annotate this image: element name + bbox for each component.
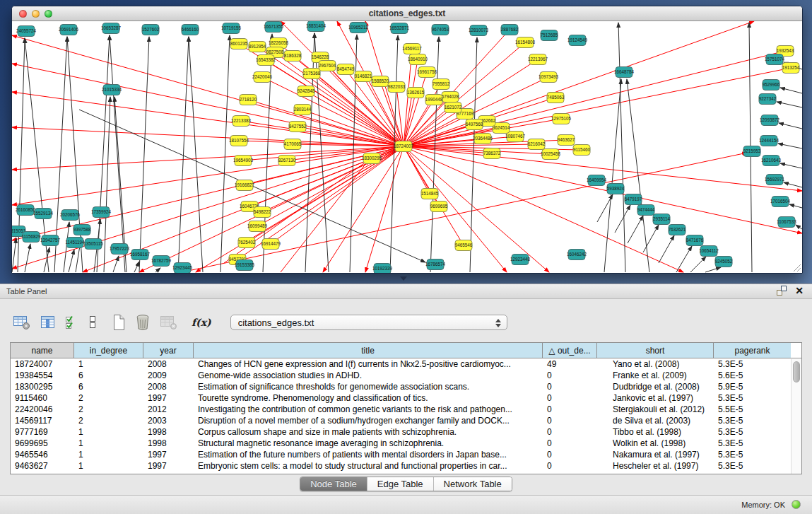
graph-node-label: 9115460: [573, 147, 591, 152]
cell: 49: [543, 358, 597, 370]
graph-node-label: 10965212: [348, 25, 369, 30]
resize-grip-icon[interactable]: [794, 264, 801, 271]
table-options-button[interactable]: [13, 315, 31, 330]
graph-node-label: 15692971: [765, 177, 785, 182]
graph-node-label: 14569117: [402, 46, 422, 51]
graph-node-label: 7512685: [541, 33, 558, 37]
graph-node-label: 17016504: [770, 199, 791, 204]
row-view-button[interactable]: [88, 315, 97, 330]
cell: 5.3E-5: [714, 392, 791, 404]
tab-node-table[interactable]: Node Table: [300, 477, 367, 491]
cell: Yano et al. (2008): [597, 358, 714, 370]
column-header-0[interactable]: name: [11, 343, 74, 358]
scrollbar-thumb[interactable]: [793, 361, 800, 382]
graph-node-label: 11067533: [777, 219, 796, 224]
graph-node-label: 1546228: [312, 54, 329, 59]
table-row[interactable]: 1872400712008Changes of HCN gene express…: [11, 358, 801, 370]
graph-node-label: 18300295: [362, 156, 382, 160]
table-row[interactable]: 1830029562008Estimation of significance …: [11, 381, 801, 392]
graph-node-label: 5498222: [254, 209, 271, 214]
select-columns-button[interactable]: [65, 315, 79, 330]
cell: 18724007: [11, 358, 74, 370]
graph-node-label: 16958167: [130, 252, 151, 257]
function-builder-icon: f(x): [192, 317, 211, 328]
graph-node-label: 7625402: [238, 240, 256, 245]
graph-node-label: 2935114: [653, 216, 671, 221]
network-graph-canvas[interactable]: 8601235891295418226058982750881863281654…: [12, 21, 802, 273]
column-header-5[interactable]: short: [597, 343, 714, 358]
graph-node-label: 1588520: [372, 78, 389, 83]
graph-node-label: 6479197: [625, 197, 642, 201]
cell: 1: [74, 358, 143, 370]
graph-node-label: 6466160: [182, 27, 199, 32]
import-table-button[interactable]: [160, 315, 178, 330]
column-header-2[interactable]: year: [143, 343, 194, 358]
cell: 6: [74, 381, 143, 392]
table-row[interactable]: 969969511998Structural magnetic resonanc…: [11, 438, 801, 449]
graph-node-label: 6794028: [442, 94, 459, 99]
graph-node-label: 16543382: [256, 57, 276, 62]
graph-node-label: 7632621: [669, 227, 686, 232]
new-column-button[interactable]: [112, 314, 126, 331]
cell: 0: [543, 370, 597, 381]
graph-edge: [404, 51, 785, 146]
graph-edge: [155, 268, 160, 272]
graph-edge: [281, 160, 369, 272]
graph-edge: [12, 238, 16, 272]
graph-edge: [12, 64, 404, 146]
float-panel-icon[interactable]: [777, 286, 787, 296]
column-header-1[interactable]: in_degree: [74, 343, 143, 358]
graph-node-label: 16099489: [247, 223, 268, 228]
cell: 9699695: [11, 438, 74, 449]
cell: 19384554: [11, 370, 74, 381]
close-panel-icon[interactable]: ✕: [795, 286, 804, 296]
graph-node-label: 16532871: [389, 25, 410, 30]
show-columns-button[interactable]: [40, 315, 56, 330]
show-columns-icon: [40, 315, 56, 330]
cell: 0: [543, 392, 597, 404]
table-row[interactable]: 911546021997Tourette syndrome. Phenomeno…: [11, 392, 801, 404]
graph-node-label: 9674053: [432, 27, 449, 32]
table-row[interactable]: 1938455462009Genome-wide association stu…: [11, 370, 801, 381]
row-view-icon: [88, 315, 97, 330]
table-source-select[interactable]: citations_edges.txt: [230, 315, 507, 330]
graph-edge: [628, 216, 643, 243]
tab-edge-table[interactable]: Edge Table: [367, 477, 434, 491]
table-row[interactable]: 1456911722003Disruption of a novel membe…: [11, 415, 801, 426]
node-table: namein_degreeyeartitle△ out_de...shortpa…: [10, 342, 802, 474]
function-builder-button[interactable]: f(x): [192, 317, 211, 328]
graph-edge: [627, 79, 649, 272]
cell: Disruption of a novel member of a sodium…: [194, 415, 543, 426]
window-titlebar[interactable]: citations_edges.txt: [12, 6, 802, 21]
graph-node-label: 9227342: [759, 96, 777, 101]
graph-node-label: 16210643: [761, 158, 782, 163]
graph-node-label: 2967604: [319, 63, 336, 68]
table-vertical-scrollbar[interactable]: [791, 359, 801, 474]
graph-node-label: 8454749: [337, 66, 355, 71]
network-view-window[interactable]: citations_edges.txt 86012358912954182260…: [11, 6, 803, 274]
table-row[interactable]: 977716911998Corpus callosum shape and si…: [11, 426, 801, 438]
tab-network-table[interactable]: Network Table: [434, 477, 512, 491]
graph-node-label: 10192339: [372, 266, 393, 271]
graph-node-label: 12213967: [528, 57, 548, 62]
column-header-3[interactable]: title: [194, 343, 543, 358]
graph-node-label: 12213383: [231, 118, 252, 123]
cell: 0: [543, 426, 597, 438]
delete-column-button[interactable]: [135, 314, 151, 331]
table-row[interactable]: 946554611997Estimation of the future num…: [11, 449, 801, 460]
table-row[interactable]: 946362711997Embryonic stem cells: a mode…: [11, 460, 801, 472]
column-header-6[interactable]: pagerank: [714, 343, 791, 358]
graph-edge: [615, 205, 630, 233]
graph-node-label: 18724007: [394, 144, 414, 148]
graph-node-label: 3624514: [493, 125, 510, 130]
split-pane-handle-icon[interactable]: [400, 276, 407, 281]
table-row[interactable]: 2242004622012Investigating the contribut…: [11, 404, 801, 415]
graph-edge: [780, 88, 802, 93]
graph-node-label: 6216042: [528, 141, 546, 146]
graph-node-label: 2175368: [303, 71, 321, 76]
cell: 2: [74, 415, 143, 426]
graph-edge: [220, 35, 230, 272]
graph-node-label: 19153385: [235, 262, 255, 267]
graph-node-label: 15751074: [765, 57, 785, 62]
column-header-4[interactable]: △ out_de...: [543, 343, 597, 358]
